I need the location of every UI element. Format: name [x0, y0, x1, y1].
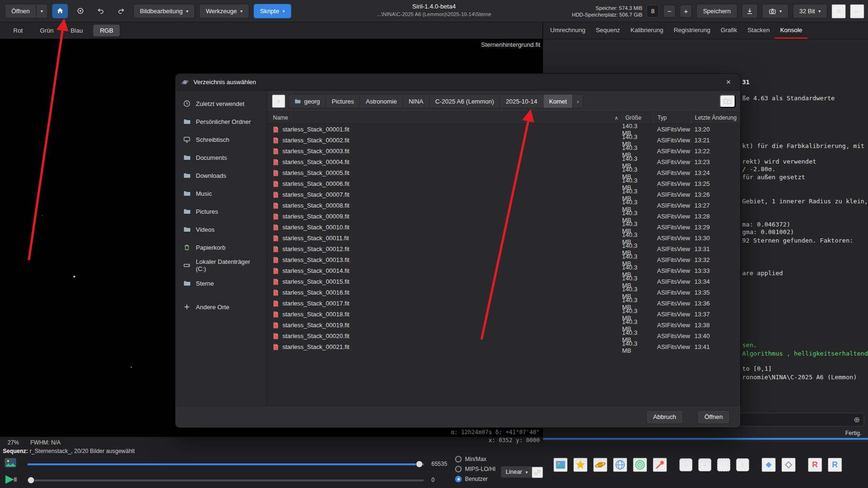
open-dropdown-button[interactable]: ▾: [36, 4, 48, 18]
display-mode-dropdown[interactable]: Linear ▾: [500, 466, 533, 478]
slider-track[interactable]: [27, 479, 424, 481]
radio-checked-icon[interactable]: [455, 476, 462, 482]
radio-icon[interactable]: [455, 456, 462, 462]
tab-red[interactable]: Rot: [7, 25, 29, 36]
breadcrumb-georg[interactable]: georg: [288, 94, 326, 108]
radio-mips[interactable]: MIPS-LO/HI: [455, 466, 496, 472]
undo-button[interactable]: [93, 4, 109, 18]
new-folder-button[interactable]: [719, 95, 736, 108]
redo-button[interactable]: [113, 4, 129, 18]
preview-image-button[interactable]: [553, 458, 568, 472]
file-row[interactable]: starless_Stack_00019.fit 140.3 MB ASIFit…: [267, 320, 740, 331]
blue-channel-button[interactable]: R: [828, 458, 842, 472]
sequence-thumbnail[interactable]: [3, 474, 18, 487]
tools-menu-button[interactable]: Werkzeuge▾: [199, 4, 249, 18]
tab-kalibrierung[interactable]: Kalibrierung: [625, 22, 668, 39]
sidebar-item-downloads[interactable]: Downloads: [179, 166, 263, 184]
mirror-x-button[interactable]: [762, 458, 776, 472]
sidebar-item-sterne[interactable]: Sterne: [179, 274, 263, 292]
sidebar-item-desktop[interactable]: Schreibtisch: [179, 131, 263, 148]
breadcrumb-overflow-button[interactable]: ›: [573, 94, 583, 108]
file-row[interactable]: starless_Stack_00008.fit 140.3 MB ASIFit…: [267, 200, 740, 211]
file-row[interactable]: starless_Stack_00002.fit 140.3 MB ASIFit…: [267, 135, 740, 146]
back-button[interactable]: ‹: [272, 95, 285, 108]
home-button[interactable]: [52, 4, 68, 18]
tab-registrierung[interactable]: Registrierung: [668, 22, 715, 39]
file-row[interactable]: starless_Stack_00012.fit 140.3 MB ASIFit…: [267, 244, 740, 254]
open-confirm-button[interactable]: Öffnen: [697, 410, 730, 424]
comet-button[interactable]: [653, 458, 667, 472]
red-channel-button[interactable]: R: [808, 458, 822, 472]
sidebar-item-recent[interactable]: Zuletzt verwendet: [179, 95, 263, 113]
sidebar-item-pictures[interactable]: Pictures: [179, 202, 263, 220]
file-row[interactable]: starless_Stack_00018.fit 140.3 MB ASIFit…: [267, 309, 740, 320]
breadcrumb-nina[interactable]: NINA: [403, 94, 430, 108]
mirror-y-button[interactable]: [781, 458, 796, 472]
open-button[interactable]: Öffnen: [5, 4, 36, 18]
breadcrumb-pictures[interactable]: Pictures: [326, 94, 360, 108]
file-row[interactable]: starless_Stack_00017.fit 140.3 MB ASIFit…: [267, 298, 740, 309]
file-row[interactable]: starless_Stack_00016.fit 140.3 MB ASIFit…: [267, 287, 740, 298]
preview-thumbnail[interactable]: [4, 458, 17, 470]
minimize-button[interactable]: –: [850, 4, 864, 18]
sidebar-item-other-locations[interactable]: Andere Orte: [179, 298, 263, 316]
link-channels-button[interactable]: [532, 467, 543, 478]
star-detection-button[interactable]: [573, 458, 587, 472]
column-header-size[interactable]: Größe: [622, 112, 653, 123]
tab-konsole[interactable]: Konsole: [775, 22, 807, 39]
zoom-in-button[interactable]: +: [698, 458, 711, 471]
tab-blue[interactable]: Blau: [64, 25, 89, 36]
astrometry-globe-button[interactable]: [613, 458, 627, 472]
tab-umrechnung[interactable]: Umrechnung: [545, 22, 590, 39]
sidebar-item-trash[interactable]: Papierkorb: [179, 238, 263, 256]
breadcrumb-2025-10-14[interactable]: 2025-10-14: [500, 94, 544, 108]
file-row[interactable]: starless_Stack_00006.fit 140.3 MB ASIFit…: [267, 178, 740, 189]
threads-value[interactable]: 8: [647, 5, 659, 17]
radio-icon[interactable]: [455, 466, 462, 472]
slider-handle[interactable]: [27, 477, 35, 484]
sidebar-item-videos[interactable]: Videos: [179, 220, 263, 238]
file-row[interactable]: starless_Stack_00009.fit 140.3 MB ASIFit…: [267, 211, 740, 222]
radio-user[interactable]: Benutzer: [455, 476, 488, 482]
tab-grafik[interactable]: Grafik: [715, 22, 742, 39]
breadcrumb-astronomie[interactable]: Astronomie: [360, 94, 403, 108]
record-button[interactable]: [72, 4, 88, 18]
column-header-type[interactable]: Typ: [653, 112, 691, 123]
radio-minmax[interactable]: Min/Max: [455, 456, 486, 462]
file-row[interactable]: starless_Stack_00020.fit 140.3 MB ASIFit…: [267, 331, 740, 341]
photometry-target-button[interactable]: [633, 458, 647, 472]
file-row[interactable]: starless_Stack_00001.fit 140.3 MB ASIFit…: [267, 124, 740, 135]
sidebar-item-drive-c[interactable]: Lokaler Datenträger (C:): [179, 256, 263, 274]
zoom-out-button[interactable]: −: [679, 458, 693, 471]
bit-depth-button[interactable]: 32 Bit▾: [793, 4, 827, 18]
breadcrumb-c2025-a6[interactable]: C-2025 A6 (Lemmon): [430, 94, 500, 108]
file-row[interactable]: starless_Stack_00010.fit 140.3 MB ASIFit…: [267, 222, 740, 233]
sidebar-item-documents[interactable]: Documents: [179, 148, 263, 166]
tab-rgb[interactable]: RGB: [93, 25, 120, 36]
threads-increase-button[interactable]: +: [680, 5, 692, 17]
slider-handle[interactable]: [416, 461, 423, 468]
file-row[interactable]: starless_Stack_00005.fit 140.3 MB ASIFit…: [267, 167, 740, 178]
app-menu-button[interactable]: ≡: [832, 4, 846, 18]
dialog-titlebar[interactable]: Verzeichnis auswählen ×: [175, 74, 740, 91]
low-level-slider[interactable]: [27, 477, 424, 484]
file-row[interactable]: starless_Stack_00013.fit 140.3 MB ASIFit…: [267, 254, 740, 265]
file-row[interactable]: starless_Stack_00015.fit 140.3 MB ASIFit…: [267, 276, 740, 287]
snapshot-button[interactable]: ▾: [762, 4, 789, 18]
command-history-icon[interactable]: ⊕: [854, 415, 860, 424]
tab-green[interactable]: Grün: [33, 25, 60, 36]
close-icon[interactable]: ×: [722, 76, 735, 88]
save-button[interactable]: Speichern: [696, 4, 737, 18]
breadcrumb-komet[interactable]: Komet: [544, 94, 573, 108]
tab-sequenz[interactable]: Sequenz: [590, 22, 625, 39]
save-as-button[interactable]: [742, 4, 758, 18]
fit-selection-button[interactable]: [717, 458, 730, 471]
high-level-slider[interactable]: [27, 461, 424, 468]
sidebar-item-music[interactable]: Music: [179, 184, 263, 202]
file-row[interactable]: starless_Stack_00011.fit 140.3 MB ASIFit…: [267, 233, 740, 244]
tab-stacken[interactable]: Stacken: [742, 22, 775, 39]
file-row[interactable]: starless_Stack_00014.fit 140.3 MB ASIFit…: [267, 265, 740, 276]
file-row[interactable]: starless_Stack_00007.fit 140.3 MB ASIFit…: [267, 189, 740, 200]
threads-decrease-button[interactable]: −: [663, 5, 675, 17]
file-row[interactable]: starless_Stack_00003.fit 140.3 MB ASIFit…: [267, 146, 740, 157]
